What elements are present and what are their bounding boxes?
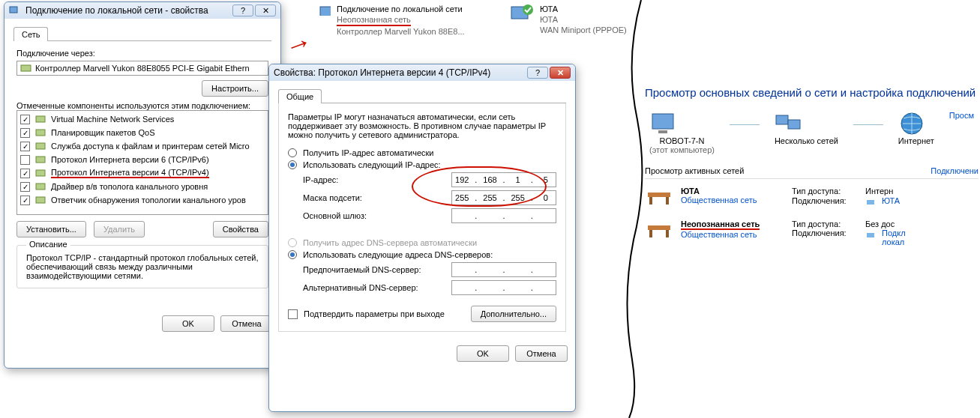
net2-type[interactable]: Общественная сеть	[681, 230, 786, 239]
component-item[interactable]: Протокол Интернета версии 6 (TCP/IPv6)	[19, 153, 266, 166]
component-icon	[34, 154, 46, 166]
checkbox[interactable]	[20, 115, 30, 124]
component-item[interactable]: Служба доступа к файлам и принтерам сете…	[19, 139, 266, 153]
svg-rect-18	[648, 193, 670, 197]
component-item[interactable]: Virtual Machine Network Services	[19, 112, 266, 126]
titlebar[interactable]: Свойства: Протокол Интернета версии 4 (T…	[269, 64, 575, 81]
network-icon	[9, 4, 21, 16]
checkbox[interactable]	[20, 155, 30, 165]
component-icon	[34, 127, 46, 139]
checkbox[interactable]	[20, 142, 30, 151]
bench-icon	[645, 219, 675, 242]
net1-type[interactable]: Общественная сеть	[681, 196, 786, 205]
svg-rect-0	[320, 7, 331, 16]
svg-rect-19	[649, 197, 652, 205]
lan-status: Неопознанная сеть	[337, 14, 411, 26]
svg-rect-20	[666, 197, 669, 205]
net1-name: ЮТА	[681, 187, 786, 196]
radio-manual-dns[interactable]	[288, 250, 297, 259]
svg-rect-24	[666, 230, 669, 237]
dns2-input[interactable]: ...	[451, 280, 556, 295]
connect-via-label: Подключение через:	[16, 49, 268, 58]
tab-network[interactable]: Сеть	[13, 27, 48, 41]
svg-rect-5	[21, 65, 31, 71]
annotation-arrow: →	[280, 25, 316, 64]
svg-rect-23	[649, 230, 652, 237]
net1-conn[interactable]: ЮТА	[882, 196, 900, 205]
globe-icon	[898, 111, 928, 136]
validate-checkbox[interactable]	[288, 309, 298, 319]
center-heading: Просмотр основных сведений о сети и наст…	[645, 86, 979, 99]
titlebar[interactable]: Подключение по локальной сети - свойства…	[4, 2, 280, 19]
window-title: Подключение по локальной сети - свойства	[25, 5, 231, 16]
description-text: Протокол TCP/IP - стандартный протокол г…	[26, 253, 259, 280]
gateway-label: Основной шлюз:	[303, 211, 445, 220]
component-item[interactable]: Протокол Интернета версии 4 (TCP/IPv4)	[19, 166, 266, 180]
component-item[interactable]: Ответчик обнаружения топологии канальног…	[19, 193, 266, 207]
close-button[interactable]: ✕	[550, 67, 571, 79]
component-label: Служба доступа к файлам и принтерам сете…	[51, 142, 250, 151]
svg-rect-6	[36, 116, 45, 122]
component-label: Драйвер в/в тополога канального уровня	[51, 182, 208, 191]
svg-point-3	[523, 4, 533, 15]
component-label: Virtual Machine Network Services	[51, 115, 174, 124]
lan-title: Подключение по локальной сети	[337, 4, 465, 14]
checkbox[interactable]	[20, 169, 30, 178]
dns2-label: Альтернативный DNS-сервер:	[303, 283, 445, 292]
help-button[interactable]: ?	[232, 4, 253, 16]
multi-node: Несколько сетей	[775, 111, 838, 145]
components-list[interactable]: Virtual Machine Network ServicesПланиров…	[16, 110, 268, 215]
yota-sub: ЮТА	[540, 14, 627, 25]
network-tile-lan[interactable]: Подключение по локальной сети Неопознанн…	[319, 4, 491, 37]
component-label: Планировщик пакетов QoS	[51, 128, 155, 137]
help-button[interactable]: ?	[527, 67, 548, 79]
svg-rect-13	[652, 114, 673, 129]
properties-button[interactable]: Свойства	[213, 221, 268, 237]
component-icon	[34, 194, 46, 206]
component-icon	[34, 181, 46, 193]
intro-text: Параметры IP могут назначаться автоматич…	[288, 112, 556, 139]
full-map-link[interactable]: Просм	[949, 111, 974, 120]
component-item[interactable]: Планировщик пакетов QoS	[19, 126, 266, 139]
radio-auto-dns	[288, 238, 297, 247]
nic-icon	[20, 62, 32, 74]
svg-rect-22	[648, 225, 670, 230]
connect-link[interactable]: Подключени	[931, 166, 979, 175]
monitor-ok-icon	[510, 4, 534, 28]
install-button[interactable]: Установить...	[16, 221, 86, 237]
tab-general[interactable]: Общие	[278, 89, 322, 103]
svg-rect-11	[36, 184, 45, 190]
component-icon	[34, 167, 46, 179]
lan-device: Контроллер Marvell Yukon 88E8...	[337, 26, 465, 37]
ok-button[interactable]: OK	[162, 315, 214, 332]
yota-device: WAN Miniport (PPPOE)	[540, 25, 627, 35]
component-label: Ответчик обнаружения топологии канальног…	[51, 196, 246, 205]
adapter-field: Контроллер Marvell Yukon 88E8055 PCI-E G…	[16, 61, 268, 76]
svg-rect-4	[10, 7, 17, 13]
network-tile-yota[interactable]: ЮТА ЮТА WAN Miniport (PPPOE)	[510, 4, 652, 35]
pc-icon	[649, 111, 679, 136]
checkbox[interactable]	[20, 128, 30, 138]
svg-rect-16	[788, 120, 800, 129]
internet-node: Интернет	[898, 111, 934, 145]
dns1-input[interactable]: ...	[451, 262, 556, 277]
advanced-button[interactable]: Дополнительно...	[471, 306, 556, 322]
net2-conn[interactable]: Подкл локал	[882, 228, 906, 246]
remove-button: Удалить	[94, 221, 145, 237]
monitor-icon	[319, 4, 331, 16]
checkbox[interactable]	[20, 182, 30, 192]
radio-manual-ip[interactable]	[288, 160, 297, 169]
close-button[interactable]: ✕	[255, 4, 276, 16]
ok-button[interactable]: OK	[457, 345, 509, 362]
yota-title: ЮТА	[540, 4, 627, 14]
gateway-input[interactable]: ...	[451, 208, 556, 223]
component-item[interactable]: Драйвер в/в тополога канального уровня	[19, 180, 266, 193]
configure-button[interactable]: Настроить...	[202, 80, 268, 97]
cancel-button[interactable]: Отмена	[220, 315, 273, 332]
network-icon	[775, 111, 805, 136]
radio-auto-ip[interactable]	[288, 148, 297, 157]
network-center-panel: Просмотр основных сведений о сети и наст…	[645, 86, 979, 257]
checkbox[interactable]	[20, 196, 30, 205]
component-icon	[34, 140, 46, 152]
cancel-button[interactable]: Отмена	[515, 345, 568, 362]
